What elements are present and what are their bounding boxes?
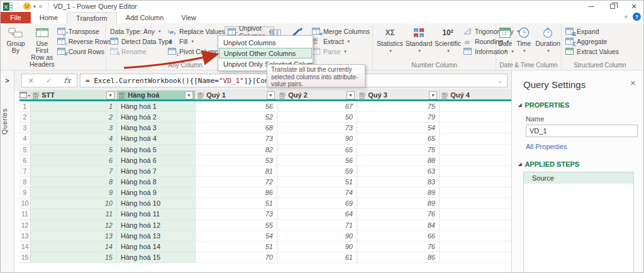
table-corner-button[interactable]: ▾ xyxy=(19,91,31,99)
table-cell[interactable]: 51 xyxy=(277,177,357,187)
table-cell[interactable] xyxy=(440,187,511,198)
table-cell[interactable] xyxy=(440,231,511,242)
menu-item-unpivot-other-columns[interactable]: Unpivot Other Columns xyxy=(219,48,312,58)
table-cell[interactable]: Hàng hoá 7 xyxy=(117,166,196,177)
table-cell[interactable] xyxy=(440,166,511,177)
table-cell[interactable]: 11 xyxy=(31,209,117,220)
reverse-rows-button[interactable]: ↕Reverse Rows xyxy=(56,36,113,47)
table-cell[interactable]: 68 xyxy=(196,123,277,133)
table-cell[interactable]: 72 xyxy=(196,177,277,187)
table-cell[interactable]: 89 xyxy=(357,198,440,209)
table-cell[interactable]: 82 xyxy=(196,145,277,155)
table-cell[interactable]: 84 xyxy=(357,220,440,231)
table-cell[interactable] xyxy=(440,209,511,220)
table-cell[interactable]: 73 xyxy=(277,123,357,133)
table-cell[interactable]: 15 xyxy=(31,252,117,263)
table-cell[interactable]: 52 xyxy=(196,112,277,123)
table-cell[interactable]: 70 xyxy=(196,252,277,263)
smiley-icon[interactable] xyxy=(23,3,31,10)
table-cell[interactable]: Hàng hoá 15 xyxy=(117,252,196,263)
all-properties-link[interactable]: All Properties xyxy=(526,143,567,150)
column-header-quy3[interactable]: ABC123 Quý 3 ▼ xyxy=(357,91,440,99)
use-first-row-button[interactable]: Use First Row as Headers ▾ xyxy=(28,25,56,75)
help-button[interactable]: ? xyxy=(633,13,641,21)
column-header-stt[interactable]: ABC123 STT ▼ xyxy=(31,91,117,99)
table-cell[interactable]: 5 xyxy=(31,145,117,155)
table-cell[interactable]: 71 xyxy=(277,220,357,231)
table-cell[interactable]: 90 xyxy=(277,242,357,252)
table-cell[interactable]: 74 xyxy=(277,187,357,198)
table-cell[interactable]: 90 xyxy=(277,231,357,242)
table-cell[interactable]: 86 xyxy=(196,187,277,198)
table-cell[interactable]: 75 xyxy=(357,145,440,155)
table-cell[interactable]: Hàng hoá 12 xyxy=(117,220,196,231)
pivot-column-button[interactable]: ⤵Pivot Column xyxy=(167,47,222,57)
tab-file[interactable]: File xyxy=(1,12,31,23)
time-button[interactable]: Time▾ xyxy=(515,25,532,55)
table-cell[interactable]: 64 xyxy=(277,209,357,220)
table-cell[interactable]: Hàng hoá 10 xyxy=(117,198,196,209)
table-cell[interactable]: 14 xyxy=(31,242,117,252)
table-cell[interactable]: 63 xyxy=(357,166,440,177)
column-header-quy4[interactable]: ABC123 Quý 4 xyxy=(440,91,511,99)
table-cell[interactable]: Hàng hoá 6 xyxy=(117,155,196,166)
table-cell[interactable] xyxy=(440,220,511,231)
table-cell[interactable]: 54 xyxy=(196,231,277,242)
table-cell[interactable]: 67 xyxy=(277,101,357,112)
table-cell[interactable]: Hàng hoá 8 xyxy=(117,177,196,187)
table-cell[interactable]: 65 xyxy=(357,133,440,144)
table-cell[interactable]: 76 xyxy=(357,209,440,220)
tab-add-column[interactable]: Add Column xyxy=(117,12,173,23)
table-cell[interactable]: Hàng hoá 13 xyxy=(117,231,196,242)
smiley-dropdown-icon[interactable]: ▾ xyxy=(33,4,36,9)
filter-dropdown-icon[interactable]: ▼ xyxy=(347,91,355,99)
table-cell[interactable]: Hàng hoá 5 xyxy=(117,145,196,155)
column-header-hang-hoa[interactable]: ABC123 Hàng hoá ▼ xyxy=(117,91,196,99)
tab-view[interactable]: View xyxy=(172,12,205,23)
table-cell[interactable]: 73 xyxy=(196,209,277,220)
column-header-quy2[interactable]: ABC123 Quý 2 ▼ xyxy=(277,91,357,99)
table-cell[interactable]: 51 xyxy=(196,242,277,252)
table-cell[interactable]: Hàng hoá 9 xyxy=(117,187,196,198)
queries-expand-chevron[interactable]: > xyxy=(1,77,14,84)
table-cell[interactable]: Hàng hoá 1 xyxy=(117,101,196,112)
date-button[interactable]: Date▾ xyxy=(497,25,513,55)
formula-cancel-icon[interactable]: ✕ xyxy=(28,77,34,85)
table-cell[interactable]: 73 xyxy=(196,133,277,144)
close-button[interactable]: ✕ xyxy=(623,1,644,12)
table-cell[interactable]: 4 xyxy=(31,133,117,144)
table-cell[interactable]: 9 xyxy=(31,187,117,198)
tab-transform[interactable]: Transform xyxy=(67,12,117,23)
table-cell[interactable]: Hàng hoá 2 xyxy=(117,112,196,123)
formula-expand-icon[interactable]: ⌄ xyxy=(499,77,502,84)
table-cell[interactable]: 79 xyxy=(357,112,440,123)
scientific-button[interactable]: 10² Scientific▾ xyxy=(433,25,462,55)
table-cell[interactable]: 56 xyxy=(277,155,357,166)
table-cell[interactable]: 90 xyxy=(277,133,357,144)
qat-customize-icon[interactable]: ≂ xyxy=(38,4,43,9)
table-cell[interactable]: 83 xyxy=(357,177,440,187)
group-by-button[interactable]: Group By xyxy=(3,25,28,55)
expand-button[interactable]: ⊞Expand xyxy=(564,26,620,36)
table-cell[interactable]: 61 xyxy=(277,252,357,263)
table-cell[interactable] xyxy=(440,133,511,144)
table-cell[interactable]: 69 xyxy=(277,198,357,209)
table-cell[interactable]: 81 xyxy=(196,166,277,177)
table-cell[interactable]: Hàng hoá 11 xyxy=(117,209,196,220)
extract-values-button[interactable]: Extract Values xyxy=(564,47,620,57)
collapse-ribbon-icon[interactable]: ˄ xyxy=(625,14,628,20)
table-cell[interactable]: 88 xyxy=(357,155,440,166)
extract-button[interactable]: ABC123Extract▾ xyxy=(311,36,371,47)
table-cell[interactable]: 10 xyxy=(31,198,117,209)
replace-values-button[interactable]: ¹⇄₂Replace Values▾ xyxy=(167,26,222,36)
applied-step-source[interactable]: Source xyxy=(524,172,633,184)
table-cell[interactable]: 75 xyxy=(357,101,440,112)
detect-data-type-button[interactable]: Detect Data Type xyxy=(109,36,167,47)
column-header-quy1[interactable]: ABC123 Quý 1 ▼ xyxy=(196,91,277,99)
table-cell[interactable]: 66 xyxy=(357,231,440,242)
table-cell[interactable] xyxy=(440,198,511,209)
table-cell[interactable]: Hàng hoá 3 xyxy=(117,123,196,133)
fill-button[interactable]: ⬇Fill▾ xyxy=(167,36,222,47)
menu-item-unpivot-columns[interactable]: Unpivot Columns xyxy=(218,37,313,48)
table-cell[interactable]: 7 xyxy=(31,166,117,177)
